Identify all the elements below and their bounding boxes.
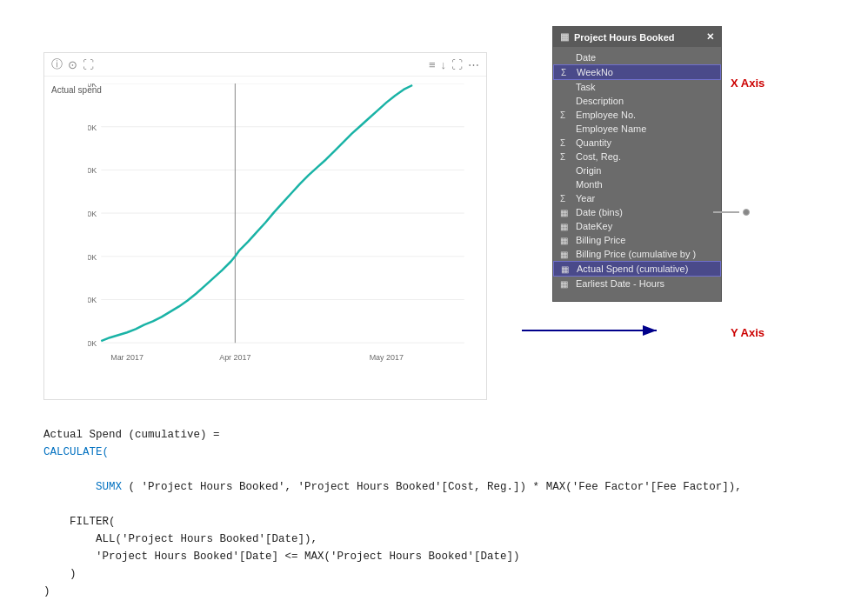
code-line-5: ALL('Project Hours Booked'[Date]), [43, 531, 826, 548]
svg-text:£40K: £40K [88, 166, 97, 175]
field-icon-date-bins: ▦ [560, 208, 572, 217]
field-label-date: Date [576, 52, 596, 63]
field-label-earliest-date: Earliest Date - Hours [576, 278, 664, 289]
field-panel-header: ▦ Project Hours Booked ✕ [553, 27, 721, 47]
svg-text:£10K: £10K [88, 296, 97, 304]
code-line-7: ) [43, 565, 826, 583]
field-item-month[interactable]: Month [553, 177, 721, 191]
field-item-task[interactable]: Task [553, 80, 721, 94]
chart-panel: ⓘ ⊙ ⛶ ≡ ↓ ⛶ ⋯ Actual spend £0K £10K £20K… [43, 52, 487, 400]
field-label-datekey: DateKey [576, 221, 612, 231]
field-item-cost-reg[interactable]: Σ Cost, Reg. [553, 150, 721, 164]
field-label-cost-reg: Cost, Reg. [576, 151, 621, 162]
chart-area: Actual spend £0K £10K £20K £30K £40K £50… [44, 77, 486, 395]
field-label-employee-no: Employee No. [576, 110, 636, 120]
field-icon-actual-spend: ▦ [561, 264, 573, 274]
field-item-billing-cumulative[interactable]: ▦ Billing Price (cumulative by ) [553, 247, 721, 261]
field-list: Date Σ WeekNo Task Description Σ Employe… [553, 47, 721, 294]
field-icon-quantity: Σ [560, 138, 572, 148]
svg-text:£0K: £0K [88, 339, 97, 348]
x-axis-label: X Axis [731, 77, 765, 90]
field-label-actual-spend: Actual Spend (cumulative) [577, 264, 688, 274]
chart-toolbar: ⓘ ⊙ ⛶ ≡ ↓ ⛶ ⋯ [44, 53, 486, 77]
field-label-employee-name: Employee Name [576, 123, 646, 134]
slider-line [713, 211, 739, 213]
expand-icon[interactable]: ⛶ [451, 58, 463, 71]
code-line-1: Actual Spend (cumulative) = [43, 426, 826, 444]
field-icon-year: Σ [560, 194, 572, 204]
field-item-quantity[interactable]: Σ Quantity [553, 136, 721, 150]
field-item-date-bins[interactable]: ▦ Date (bins) [553, 205, 721, 219]
svg-text:Apr 2017: Apr 2017 [219, 353, 250, 362]
field-label-billing-price: Billing Price [576, 235, 625, 245]
toolbar-left: ⓘ ⊙ ⛶ [51, 57, 94, 72]
slider-handle[interactable] [743, 209, 750, 216]
code-func-sumx: SUMX [96, 481, 122, 493]
reset-icon[interactable]: ⊙ [68, 58, 77, 71]
field-item-year[interactable]: Σ Year [553, 191, 721, 205]
field-panel-title: Project Hours Booked [574, 32, 675, 43]
svg-text:£30K: £30K [88, 210, 97, 218]
field-label-billing-cumulative: Billing Price (cumulative by ) [576, 249, 696, 259]
field-item-description[interactable]: Description [553, 94, 721, 108]
more-icon[interactable]: ⋯ [468, 58, 479, 71]
field-icon-datekey: ▦ [560, 222, 572, 231]
field-item-billing-price[interactable]: ▦ Billing Price [553, 233, 721, 247]
panel-slider[interactable] [713, 209, 750, 216]
field-item-employee-no[interactable]: Σ Employee No. [553, 108, 721, 122]
y-axis-label: Y Axis [731, 326, 765, 339]
svg-text:Mar 2017: Mar 2017 [110, 353, 144, 362]
field-label-date-bins: Date (bins) [576, 207, 623, 217]
field-item-weekno[interactable]: Σ WeekNo [553, 64, 721, 80]
field-item-earliest-date[interactable]: ▦ Earliest Date - Hours [553, 277, 721, 290]
field-panel-header-icon: ▦ [560, 31, 569, 43]
field-label-description: Description [576, 96, 624, 106]
toolbar-right: ≡ ↓ ⛶ ⋯ [429, 58, 479, 71]
info-icon[interactable]: ⓘ [51, 57, 63, 72]
code-line-3: SUMX ( 'Project Hours Booked', 'Project … [43, 461, 826, 513]
field-label-quantity: Quantity [576, 137, 611, 148]
code-block: Actual Spend (cumulative) = CALCULATE( S… [43, 426, 826, 600]
svg-text:£20K: £20K [88, 253, 97, 262]
lines-icon[interactable]: ≡ [429, 58, 436, 71]
field-label-task: Task [576, 82, 596, 92]
field-label-origin: Origin [576, 165, 601, 176]
field-icon-cost-reg: Σ [560, 152, 572, 162]
field-icon-earliest-date: ▦ [560, 279, 572, 289]
svg-text:£50K: £50K [88, 123, 97, 132]
download-icon[interactable]: ↓ [441, 58, 447, 71]
field-item-origin[interactable]: Origin [553, 164, 721, 177]
field-label-month: Month [576, 179, 603, 190]
chart-svg: £0K £10K £20K £30K £40K £50K £60K Mar 20… [88, 83, 477, 369]
code-indent-3 [70, 481, 96, 493]
field-icon-employee-no: Σ [560, 110, 572, 120]
field-icon-billing-price: ▦ [560, 236, 572, 245]
field-item-date[interactable]: Date [553, 50, 721, 64]
field-label-year: Year [576, 193, 595, 204]
code-line-4: FILTER( [43, 513, 826, 531]
code-line-2: CALCULATE( [43, 444, 826, 461]
field-item-employee-name[interactable]: Employee Name [553, 122, 721, 136]
code-line-8: ) [43, 583, 826, 600]
svg-text:May 2017: May 2017 [370, 353, 404, 362]
field-label-weekno: WeekNo [577, 67, 613, 77]
field-icon-weekno: Σ [561, 68, 573, 77]
field-item-actual-spend[interactable]: ▦ Actual Spend (cumulative) [553, 261, 721, 277]
field-item-datekey[interactable]: ▦ DateKey [553, 219, 721, 233]
focus-icon[interactable]: ⛶ [83, 58, 94, 71]
field-panel-close[interactable]: ✕ [706, 31, 714, 43]
field-icon-billing-cumulative: ▦ [560, 250, 572, 259]
field-panel: ▦ Project Hours Booked ✕ Date Σ WeekNo T… [552, 26, 722, 302]
code-line-6: 'Project Hours Booked'[Date] <= MAX('Pro… [43, 548, 826, 565]
y-axis-title: Actual spend [51, 85, 102, 95]
code-sumx-args: ( 'Project Hours Booked', 'Project Hours… [122, 481, 742, 493]
